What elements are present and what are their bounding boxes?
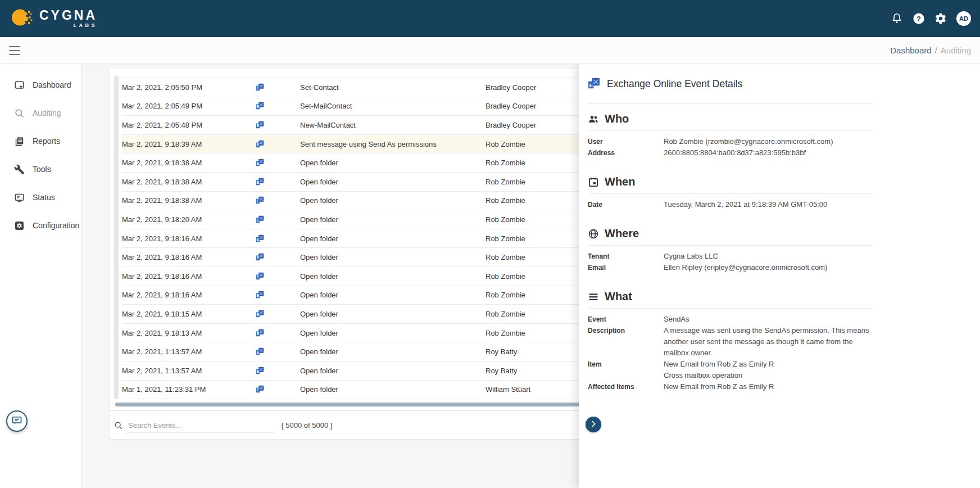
breadcrumb: Dashboard/Auditing — [890, 46, 971, 55]
svg-text:E: E — [256, 388, 258, 392]
chat-button[interactable] — [6, 410, 28, 432]
table-vertical-scrollbar[interactable] — [114, 75, 119, 399]
subheader: Dashboard/Auditing — [0, 37, 980, 64]
svg-text:E: E — [256, 124, 258, 128]
svg-text:E: E — [256, 218, 258, 222]
detail-value: Cygna Labs LLC — [664, 251, 873, 262]
sidebar-item-configuration[interactable]: Configuration — [0, 211, 81, 240]
detail-row: ItemNew Email from Rob Z as Emily RCross… — [588, 359, 873, 381]
panel-section-what: WhatEventSendAsDescriptionA message was … — [588, 290, 873, 392]
section-title: What — [605, 290, 632, 303]
settings-gear-icon[interactable] — [934, 12, 947, 25]
exchange-icon: E — [251, 385, 268, 394]
help-icon[interactable]: ? — [913, 12, 925, 25]
svg-text:E: E — [256, 369, 258, 373]
event-time: Mar 2, 2021, 2:05:48 PM — [122, 121, 251, 129]
event-name: Open folder — [300, 253, 486, 261]
event-time: Mar 2, 2021, 9:18:16 AM — [122, 272, 251, 281]
detail-row: DescriptionA message was sent using the … — [588, 325, 873, 359]
brand-name: CYGNA — [39, 9, 97, 22]
detail-value: Rob Zombie (rzombie@cygnacore.onmicrosof… — [664, 136, 873, 147]
svg-text:E: E — [256, 294, 258, 298]
tools-icon — [14, 164, 25, 175]
svg-text:E: E — [589, 83, 593, 88]
panel-body: WhoUserRob Zombie (rzombie@cygnacore.onm… — [588, 112, 873, 392]
event-details-panel: E Exchange Online Event Details WhoUserR… — [579, 64, 980, 488]
section-title: When — [605, 175, 635, 188]
sidebar-item-status[interactable]: Status — [0, 183, 81, 211]
panel-header: E Exchange Online Event Details — [588, 64, 873, 104]
sidebar-item-auditing[interactable]: Auditing — [0, 99, 81, 127]
detail-value: Ellen Ripley (eripley@cygnacore.onmicros… — [664, 262, 873, 273]
event-name: Sent message using Send As permissions — [300, 140, 486, 148]
event-time: Mar 2, 2021, 9:18:13 AM — [122, 329, 251, 337]
event-name: Open folder — [300, 159, 486, 167]
exchange-icon: E — [251, 291, 268, 299]
user-avatar[interactable]: AD — [956, 11, 971, 26]
event-name: Open folder — [300, 196, 486, 205]
exchange-icon: E — [251, 310, 268, 318]
event-name: Open folder — [300, 385, 486, 394]
detail-row: Address2600:8805:8804:ba00:8d37:a823:595… — [588, 147, 873, 159]
event-time: Mar 2, 2021, 1:13:57 AM — [122, 367, 251, 375]
detail-row: EventSendAs — [588, 314, 873, 325]
panel-section-who: WhoUserRob Zombie (rzombie@cygnacore.onm… — [588, 112, 873, 159]
exchange-icon: E — [251, 159, 268, 167]
event-name: Open folder — [300, 310, 486, 318]
event-name: Open folder — [300, 272, 486, 281]
sidebar-item-dashboard[interactable]: Dashboard — [0, 71, 81, 99]
globe-icon — [588, 228, 599, 240]
event-time: Mar 2, 2021, 2:05:49 PM — [122, 102, 251, 110]
event-time: Mar 2, 2021, 2:05:50 PM — [122, 83, 251, 92]
svg-text:E: E — [256, 237, 258, 241]
event-name: Open folder — [300, 347, 486, 356]
detail-row: DateTuesday, March 2, 2021 at 9:18:39 AM… — [588, 199, 873, 210]
detail-label: Event — [588, 314, 664, 325]
event-time: Mar 2, 2021, 9:18:38 AM — [122, 159, 251, 167]
status-icon — [14, 192, 25, 203]
detail-label: Description — [588, 325, 664, 359]
svg-text:E: E — [256, 161, 258, 165]
detail-label: Affected Items — [588, 381, 664, 392]
topbar: CYGNA LABS ? AD — [0, 0, 980, 37]
detail-value: 2600:8805:8804:ba00:8d37:a823:595b:b3bf — [664, 147, 873, 159]
svg-text:?: ? — [917, 15, 921, 23]
event-time: Mar 2, 2021, 9:18:16 AM — [122, 234, 251, 243]
detail-label: User — [588, 136, 664, 147]
search-events-input[interactable] — [127, 419, 274, 432]
detail-label: Item — [588, 359, 664, 381]
panel-title: Exchange Online Event Details — [607, 78, 742, 90]
section-title: Who — [605, 112, 629, 125]
search-icon — [14, 108, 25, 119]
notifications-bell-icon[interactable] — [891, 12, 903, 25]
sidebar-item-reports[interactable]: Reports — [0, 127, 81, 155]
breadcrumb-parent[interactable]: Dashboard — [890, 46, 931, 55]
breadcrumb-current: Auditing — [941, 46, 971, 55]
detail-value: New Email from Rob Z as Emily RCross mai… — [664, 359, 873, 381]
panel-section-when: WhenDateTuesday, March 2, 2021 at 9:18:3… — [588, 175, 873, 210]
svg-text:E: E — [256, 180, 258, 184]
configuration-icon — [14, 220, 25, 231]
search-icon — [114, 421, 123, 430]
svg-text:E: E — [256, 332, 258, 336]
chat-icon — [11, 415, 22, 428]
reports-icon — [14, 136, 25, 147]
detail-row: TenantCygna Labs LLC — [588, 251, 873, 262]
detail-label: Email — [588, 262, 664, 273]
event-name: Open folder — [300, 367, 486, 375]
menu-toggle-button[interactable] — [9, 46, 20, 55]
exchange-icon: E — [251, 121, 268, 129]
event-name: Open folder — [300, 178, 486, 186]
svg-text:E: E — [256, 200, 258, 204]
people-icon — [588, 114, 599, 125]
cygna-logo[interactable]: CYGNA LABS — [11, 6, 97, 31]
event-name: Open folder — [300, 329, 486, 337]
event-time: Mar 2, 2021, 9:18:15 AM — [122, 310, 251, 318]
exchange-icon: E — [251, 140, 268, 148]
exchange-icon: E — [251, 196, 268, 205]
next-event-button[interactable] — [586, 417, 601, 432]
svg-text:E: E — [256, 143, 258, 147]
sidebar-item-tools[interactable]: Tools — [0, 155, 81, 183]
event-name: Open folder — [300, 215, 486, 224]
event-name: Set-Contact — [300, 83, 486, 92]
